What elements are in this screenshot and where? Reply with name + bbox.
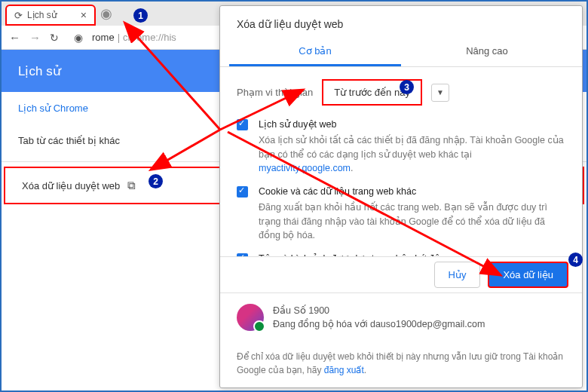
close-icon[interactable]: × <box>81 9 87 21</box>
browser-tab-history[interactable]: ⟳ Lịch sử × <box>5 5 96 26</box>
account-row: Đầu Số 1900 Đang đồng bộ hóa với dauso19… <box>220 293 582 343</box>
clear-data-label: Xóa dữ liệu duyệt web <box>22 180 120 191</box>
chrome-icon: ◉ <box>74 32 83 44</box>
history-icon: ⟳ <box>14 10 23 21</box>
step-badge-4: 4 <box>568 253 583 267</box>
option-browsing-history: Lịch sử duyệt web Xóa lịch sử khỏi tất c… <box>237 118 565 176</box>
back-icon[interactable]: ← <box>9 31 20 44</box>
tab-basic[interactable]: Cơ bản <box>229 38 401 66</box>
signout-link[interactable]: đăng xuất <box>324 365 364 375</box>
opt-title: Cookie và các dữ liệu trang web khác <box>259 185 565 199</box>
myactivity-link[interactable]: myactivity.google.com <box>259 163 351 173</box>
checkbox-history[interactable] <box>237 119 248 130</box>
forward-icon: → <box>29 31 41 44</box>
globe-icon: ◉ <box>100 5 112 22</box>
account-status: Đang đồng bộ hóa với dauso1900dep@gmail.… <box>273 317 485 332</box>
dialog-title: Xóa dữ liệu duyệt web <box>220 6 582 38</box>
dialog-body: Phạm vi thời gian Từ trước đến nay ▼ Lịc… <box>220 67 582 256</box>
step-badge-3: 3 <box>400 80 414 94</box>
step-badge-1: 1 <box>133 8 148 23</box>
account-name: Đầu Số 1900 <box>273 304 485 318</box>
dialog-buttons: Hủy Xóa dữ liệu <box>220 256 582 293</box>
option-cookies: Cookie và các dữ liệu trang web khác Đăn… <box>237 185 565 243</box>
opt-desc: Xóa lịch sử khỏi tất cả các thiết bị đã … <box>259 133 565 176</box>
checkbox-cache[interactable] <box>237 253 248 256</box>
time-range-label: Phạm vi thời gian <box>237 87 313 98</box>
dialog-footer: Để chỉ xóa dữ liệu duyệt web khỏi thiết … <box>220 342 582 387</box>
page-title: Lịch sử <box>18 63 61 79</box>
tab-advanced[interactable]: Nâng cao <box>401 38 573 66</box>
chevron-down-icon[interactable]: ▼ <box>431 84 449 102</box>
avatar <box>237 304 264 331</box>
clear-data-button[interactable]: Xóa dữ liệu <box>488 262 568 288</box>
tab-label: Lịch sử <box>27 10 57 20</box>
dialog-tabs: Cơ bản Nâng cao <box>220 38 582 67</box>
url-text[interactable]: rome|chrome://his <box>92 32 176 43</box>
checkbox-cookies[interactable] <box>237 186 248 198</box>
step-badge-2: 2 <box>149 174 163 188</box>
clear-data-dialog: Xóa dữ liệu duyệt web Cơ bản Nâng cao Ph… <box>219 5 583 388</box>
cancel-button[interactable]: Hủy <box>434 262 481 288</box>
opt-title: Lịch sử duyệt web <box>259 118 565 132</box>
external-link-icon: ⧉ <box>127 179 136 192</box>
opt-desc: Đăng xuất bạn khỏi hầu hết các trang web… <box>259 201 565 243</box>
reload-icon[interactable]: ↻ <box>50 32 59 44</box>
